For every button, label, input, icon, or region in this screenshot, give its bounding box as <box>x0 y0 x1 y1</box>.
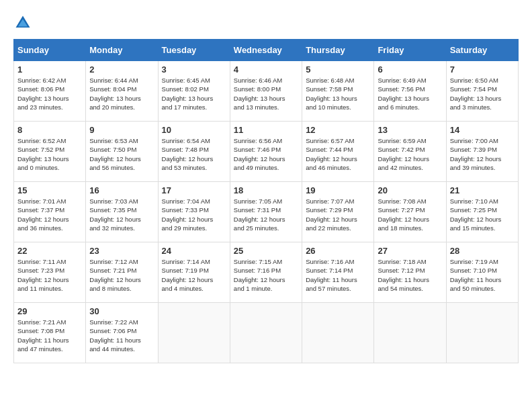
table-row: 6Sunrise: 6:49 AM Sunset: 7:56 PM Daylig… <box>374 61 446 122</box>
day-info: Sunrise: 6:49 AM Sunset: 7:56 PM Dayligh… <box>378 76 442 111</box>
logo <box>13 13 35 32</box>
header-saturday: Saturday <box>446 40 518 61</box>
day-number: 25 <box>234 246 298 256</box>
table-row: 30Sunrise: 7:22 AM Sunset: 7:06 PM Dayli… <box>86 303 158 363</box>
day-info: Sunrise: 6:48 AM Sunset: 7:58 PM Dayligh… <box>306 76 370 111</box>
table-row: 1Sunrise: 6:42 AM Sunset: 8:06 PM Daylig… <box>14 61 86 122</box>
day-info: Sunrise: 6:53 AM Sunset: 7:50 PM Dayligh… <box>89 136 154 172</box>
table-row: 18Sunrise: 7:05 AM Sunset: 7:31 PM Dayli… <box>230 182 302 242</box>
day-number: 1 <box>17 64 82 75</box>
table-row: 15Sunrise: 7:01 AM Sunset: 7:37 PM Dayli… <box>14 182 86 242</box>
day-info: Sunrise: 6:50 AM Sunset: 7:54 PM Dayligh… <box>450 76 515 111</box>
day-info: Sunrise: 6:42 AM Sunset: 8:06 PM Dayligh… <box>17 76 82 111</box>
day-number: 16 <box>89 185 154 195</box>
table-row: 13Sunrise: 6:59 AM Sunset: 7:42 PM Dayli… <box>374 122 446 182</box>
calendar-week-row: 1Sunrise: 6:42 AM Sunset: 8:06 PM Daylig… <box>14 61 519 122</box>
day-info: Sunrise: 7:12 AM Sunset: 7:21 PM Dayligh… <box>89 257 154 293</box>
calendar-table: Sunday Monday Tuesday Wednesday Thursday… <box>13 39 519 363</box>
day-info: Sunrise: 7:08 AM Sunset: 7:27 PM Dayligh… <box>378 197 442 232</box>
day-info: Sunrise: 6:44 AM Sunset: 8:04 PM Dayligh… <box>89 76 154 111</box>
table-row: 14Sunrise: 7:00 AM Sunset: 7:39 PM Dayli… <box>446 122 518 182</box>
table-row: 8Sunrise: 6:52 AM Sunset: 7:52 PM Daylig… <box>14 122 86 182</box>
day-number: 12 <box>306 125 370 135</box>
logo-icon <box>13 13 32 32</box>
day-number: 5 <box>306 64 370 75</box>
day-info: Sunrise: 7:11 AM Sunset: 7:23 PM Dayligh… <box>17 257 82 293</box>
day-info: Sunrise: 7:19 AM Sunset: 7:10 PM Dayligh… <box>450 257 515 293</box>
day-info: Sunrise: 7:10 AM Sunset: 7:25 PM Dayligh… <box>450 197 515 232</box>
table-row <box>302 303 374 363</box>
header-friday: Friday <box>374 40 446 61</box>
day-number: 28 <box>450 246 515 256</box>
table-row <box>158 303 230 363</box>
day-number: 4 <box>234 64 298 75</box>
day-number: 3 <box>162 64 226 75</box>
header-sunday: Sunday <box>14 40 86 61</box>
header-monday: Monday <box>86 40 158 61</box>
day-info: Sunrise: 7:01 AM Sunset: 7:37 PM Dayligh… <box>17 197 82 232</box>
day-info: Sunrise: 7:14 AM Sunset: 7:19 PM Dayligh… <box>162 257 226 293</box>
header-wednesday: Wednesday <box>230 40 302 61</box>
day-number: 24 <box>162 246 226 256</box>
page-header <box>13 13 519 32</box>
table-row <box>374 303 446 363</box>
day-number: 19 <box>306 185 370 195</box>
day-number: 17 <box>162 185 226 195</box>
table-row <box>230 303 302 363</box>
table-row: 12Sunrise: 6:57 AM Sunset: 7:44 PM Dayli… <box>302 122 374 182</box>
table-row: 20Sunrise: 7:08 AM Sunset: 7:27 PM Dayli… <box>374 182 446 242</box>
weekday-header-row: Sunday Monday Tuesday Wednesday Thursday… <box>14 40 519 61</box>
table-row: 3Sunrise: 6:45 AM Sunset: 8:02 PM Daylig… <box>158 61 230 122</box>
day-number: 9 <box>89 125 154 135</box>
day-number: 14 <box>450 125 515 135</box>
table-row: 10Sunrise: 6:54 AM Sunset: 7:48 PM Dayli… <box>158 122 230 182</box>
day-number: 2 <box>89 64 154 75</box>
day-info: Sunrise: 7:05 AM Sunset: 7:31 PM Dayligh… <box>234 197 298 232</box>
day-number: 10 <box>162 125 226 135</box>
table-row: 11Sunrise: 6:56 AM Sunset: 7:46 PM Dayli… <box>230 122 302 182</box>
table-row: 19Sunrise: 7:07 AM Sunset: 7:29 PM Dayli… <box>302 182 374 242</box>
day-info: Sunrise: 6:56 AM Sunset: 7:46 PM Dayligh… <box>234 136 298 172</box>
table-row: 29Sunrise: 7:21 AM Sunset: 7:08 PM Dayli… <box>14 303 86 363</box>
table-row: 27Sunrise: 7:18 AM Sunset: 7:12 PM Dayli… <box>374 242 446 303</box>
day-info: Sunrise: 7:04 AM Sunset: 7:33 PM Dayligh… <box>162 197 226 232</box>
table-row: 21Sunrise: 7:10 AM Sunset: 7:25 PM Dayli… <box>446 182 518 242</box>
day-number: 6 <box>378 64 442 75</box>
day-number: 8 <box>17 125 82 135</box>
day-number: 7 <box>450 64 515 75</box>
table-row: 5Sunrise: 6:48 AM Sunset: 7:58 PM Daylig… <box>302 61 374 122</box>
day-info: Sunrise: 7:16 AM Sunset: 7:14 PM Dayligh… <box>306 257 370 293</box>
day-info: Sunrise: 6:45 AM Sunset: 8:02 PM Dayligh… <box>162 76 226 111</box>
day-number: 20 <box>378 185 442 195</box>
day-info: Sunrise: 6:59 AM Sunset: 7:42 PM Dayligh… <box>378 136 442 172</box>
table-row: 23Sunrise: 7:12 AM Sunset: 7:21 PM Dayli… <box>86 242 158 303</box>
calendar-week-row: 8Sunrise: 6:52 AM Sunset: 7:52 PM Daylig… <box>14 122 519 182</box>
day-info: Sunrise: 6:54 AM Sunset: 7:48 PM Dayligh… <box>162 136 226 172</box>
day-number: 26 <box>306 246 370 256</box>
day-number: 13 <box>378 125 442 135</box>
day-info: Sunrise: 7:07 AM Sunset: 7:29 PM Dayligh… <box>306 197 370 232</box>
table-row: 4Sunrise: 6:46 AM Sunset: 8:00 PM Daylig… <box>230 61 302 122</box>
day-number: 27 <box>378 246 442 256</box>
day-info: Sunrise: 7:18 AM Sunset: 7:12 PM Dayligh… <box>378 257 442 293</box>
calendar-week-row: 22Sunrise: 7:11 AM Sunset: 7:23 PM Dayli… <box>14 242 519 303</box>
table-row: 28Sunrise: 7:19 AM Sunset: 7:10 PM Dayli… <box>446 242 518 303</box>
table-row: 9Sunrise: 6:53 AM Sunset: 7:50 PM Daylig… <box>86 122 158 182</box>
day-info: Sunrise: 7:03 AM Sunset: 7:35 PM Dayligh… <box>89 197 154 232</box>
header-thursday: Thursday <box>302 40 374 61</box>
table-row: 25Sunrise: 7:15 AM Sunset: 7:16 PM Dayli… <box>230 242 302 303</box>
table-row: 17Sunrise: 7:04 AM Sunset: 7:33 PM Dayli… <box>158 182 230 242</box>
table-row <box>446 303 518 363</box>
day-number: 21 <box>450 185 515 195</box>
table-row: 22Sunrise: 7:11 AM Sunset: 7:23 PM Dayli… <box>14 242 86 303</box>
table-row: 7Sunrise: 6:50 AM Sunset: 7:54 PM Daylig… <box>446 61 518 122</box>
table-row: 2Sunrise: 6:44 AM Sunset: 8:04 PM Daylig… <box>86 61 158 122</box>
day-number: 23 <box>89 246 154 256</box>
day-info: Sunrise: 6:57 AM Sunset: 7:44 PM Dayligh… <box>306 136 370 172</box>
day-info: Sunrise: 7:15 AM Sunset: 7:16 PM Dayligh… <box>234 257 298 293</box>
day-info: Sunrise: 6:46 AM Sunset: 8:00 PM Dayligh… <box>234 76 298 111</box>
calendar-week-row: 29Sunrise: 7:21 AM Sunset: 7:08 PM Dayli… <box>14 303 519 363</box>
day-number: 15 <box>17 185 82 195</box>
day-number: 18 <box>234 185 298 195</box>
day-info: Sunrise: 6:52 AM Sunset: 7:52 PM Dayligh… <box>17 136 82 172</box>
